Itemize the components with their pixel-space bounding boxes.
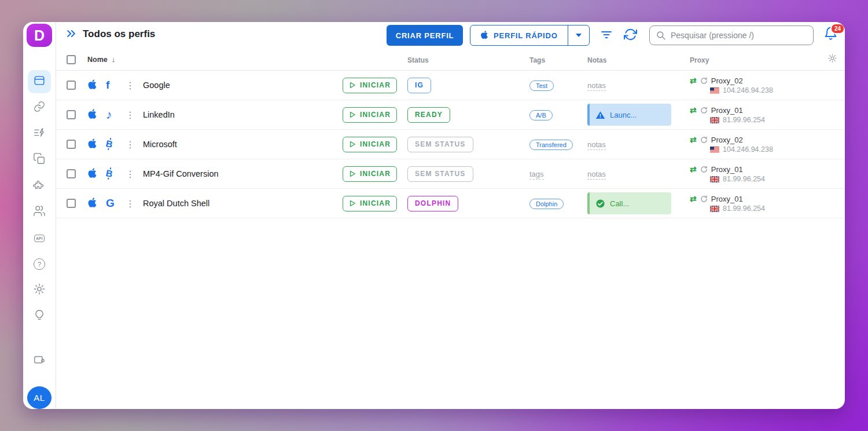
row-menu-button[interactable] xyxy=(126,169,134,180)
search-input[interactable] xyxy=(666,31,813,40)
profile-name[interactable]: LinkedIn xyxy=(143,110,175,119)
note-box[interactable]: Call... xyxy=(587,192,671,214)
puzzle-icon xyxy=(33,178,46,193)
proxy-refresh-icon[interactable] xyxy=(700,136,708,144)
quick-profile-dropdown-button[interactable] xyxy=(568,25,589,45)
profile-name[interactable]: Google xyxy=(143,81,170,90)
notification-count-badge: 24 xyxy=(830,23,845,34)
start-profile-button[interactable]: INICIAR xyxy=(343,166,397,182)
start-profile-button[interactable]: INICIAR xyxy=(343,107,397,123)
app-window: D API ? xyxy=(23,22,845,409)
start-profile-button[interactable]: INICIAR xyxy=(343,137,397,152)
tiktok-icon: ♪ xyxy=(106,108,112,122)
collapse-sidebar-icon[interactable] xyxy=(65,28,77,42)
dolphin-logo[interactable]: D xyxy=(27,24,52,47)
proxy-swap-icon[interactable] xyxy=(690,194,697,203)
logo-letter: D xyxy=(34,27,45,44)
row-menu-button[interactable] xyxy=(126,198,134,209)
sidebar-nav: API ? xyxy=(28,70,51,375)
sidebar-item-help[interactable]: ? xyxy=(28,253,51,276)
notes-cell: Call... Call... xyxy=(587,192,690,214)
proxy-refresh-icon[interactable] xyxy=(700,77,708,85)
proxy-swap-icon[interactable] xyxy=(690,105,697,115)
page-title: Todos os perfis xyxy=(83,28,155,40)
proxy-name[interactable]: Proxy_01 xyxy=(711,165,743,174)
warning-icon xyxy=(595,110,605,120)
tag-pill[interactable]: Transfered xyxy=(529,140,573,150)
row-checkbox[interactable] xyxy=(67,81,76,90)
create-profile-button[interactable]: CRIAR PERFIL xyxy=(387,25,463,46)
sidebar-item-proxies[interactable] xyxy=(28,96,51,119)
select-all-checkbox[interactable] xyxy=(67,55,76,64)
row-checkbox[interactable] xyxy=(67,140,76,149)
proxy-swap-icon[interactable] xyxy=(690,76,697,85)
profile-name[interactable]: Microsoft xyxy=(143,140,177,149)
automation-icon xyxy=(33,126,46,141)
row-checkbox[interactable] xyxy=(67,199,76,208)
quick-profile-button[interactable]: PERFIL RÁPIDO xyxy=(470,25,568,45)
row-menu-button[interactable] xyxy=(126,139,134,150)
sidebar-item-profiles[interactable] xyxy=(28,70,51,93)
sidebar-item-automation[interactable] xyxy=(28,122,51,145)
add-notes-link[interactable]: notas xyxy=(587,81,606,91)
status-badge: READY xyxy=(407,107,450,123)
uk-flag-icon xyxy=(710,206,719,212)
status-badge: SEM STATUS xyxy=(407,166,473,182)
avatar[interactable]: AL xyxy=(27,386,52,409)
row-menu-button[interactable] xyxy=(126,109,134,120)
add-tags-link[interactable]: tags xyxy=(529,170,544,180)
sidebar-item-team[interactable] xyxy=(28,200,51,224)
apple-icon xyxy=(87,111,97,121)
sidebar-item-extensions[interactable] xyxy=(28,174,51,198)
proxy-cell: Proxy_01 81.99.96.254 xyxy=(690,105,819,124)
lightbulb-icon xyxy=(33,309,46,324)
start-profile-button[interactable]: INICIAR xyxy=(343,196,397,211)
filter-button[interactable] xyxy=(599,28,613,43)
play-icon xyxy=(349,82,356,89)
api-icon: API xyxy=(34,235,45,242)
row-checkbox[interactable] xyxy=(67,110,76,119)
proxy-name[interactable]: Proxy_01 xyxy=(711,195,743,203)
sidebar-item-pages[interactable] xyxy=(28,148,51,171)
column-name[interactable]: Nome xyxy=(87,56,108,64)
row-checkbox[interactable] xyxy=(67,169,76,178)
proxy-swap-icon[interactable] xyxy=(690,165,697,174)
sidebar-item-settings[interactable] xyxy=(28,279,51,302)
proxy-refresh-icon[interactable] xyxy=(700,195,708,203)
tag-pill[interactable]: Test xyxy=(529,81,554,91)
proxy-refresh-icon[interactable] xyxy=(700,107,708,114)
sidebar: D API ? xyxy=(23,22,56,409)
proxy-refresh-icon[interactable] xyxy=(700,166,708,173)
tag-pill[interactable]: A/B xyxy=(529,110,553,120)
proxy-swap-icon[interactable] xyxy=(690,135,697,144)
row-menu-button[interactable] xyxy=(126,80,134,91)
proxy-name[interactable]: Proxy_02 xyxy=(711,76,743,85)
sidebar-item-logout[interactable] xyxy=(28,349,51,372)
notifications-button[interactable]: 24 xyxy=(823,26,838,43)
add-notes-link[interactable]: notas xyxy=(587,140,606,150)
table-row: ♪ LinkedIn INICIAR READY A/B A/B Launc..… xyxy=(56,100,845,130)
proxy-cell: Proxy_02 104.246.94.238 xyxy=(690,135,819,154)
sidebar-item-ideas[interactable] xyxy=(28,305,51,328)
table-settings-button[interactable] xyxy=(819,53,845,65)
refresh-button[interactable] xyxy=(624,28,637,43)
column-notes: Notas xyxy=(587,56,606,64)
note-box[interactable]: Launc... xyxy=(587,104,671,126)
gear-icon xyxy=(33,283,46,298)
tags-cell: Transfered Transfered xyxy=(529,139,587,150)
tags-cell: tags tags xyxy=(529,169,587,179)
start-profile-button[interactable]: INICIAR xyxy=(343,78,397,93)
tag-pill[interactable]: Dolphin xyxy=(529,199,564,209)
proxy-name[interactable]: Proxy_01 xyxy=(711,106,743,115)
gear-icon xyxy=(827,53,837,65)
profile-name[interactable]: MP4-Gif Conversion xyxy=(143,169,219,178)
facebook-icon: f xyxy=(106,79,109,92)
logout-icon xyxy=(33,353,46,368)
add-notes-link[interactable]: notas xyxy=(587,170,606,180)
profile-name[interactable]: Royal Dutch Shell xyxy=(143,199,209,208)
tags-cell: Test Test xyxy=(529,80,587,91)
sort-descending-icon[interactable]: ↓ xyxy=(112,55,116,64)
proxy-name[interactable]: Proxy_02 xyxy=(711,136,743,144)
sidebar-item-api[interactable]: API xyxy=(28,227,51,250)
column-status: Status xyxy=(407,56,429,64)
